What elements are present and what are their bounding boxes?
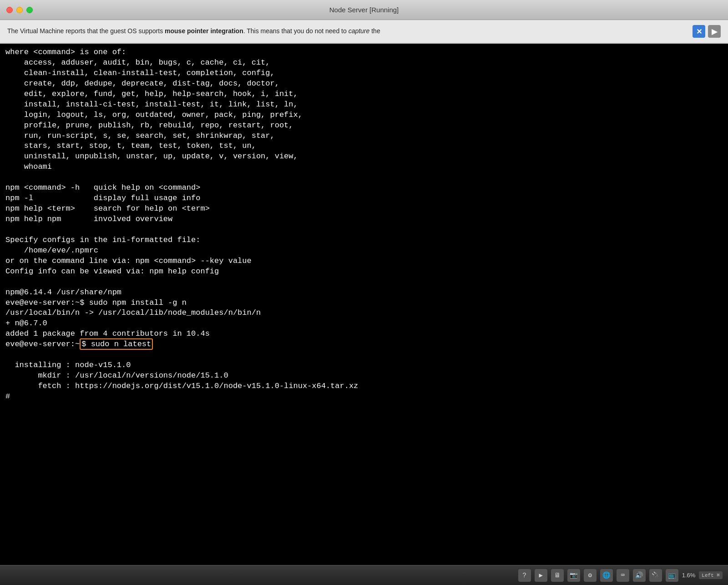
terminal-line: edit, explore, fund, get, help, help-sea… <box>5 89 723 100</box>
terminal-line: added 1 package from 4 contributors in 1… <box>5 329 723 339</box>
terminal-line: login, logout, ls, org, outdated, owner,… <box>5 110 723 121</box>
terminal-line <box>5 277 723 287</box>
terminal-line: + n@6.7.0 <box>5 318 723 329</box>
maximize-button[interactable] <box>26 7 33 13</box>
terminal-line: Specify configs in the ini-formatted fil… <box>5 235 723 246</box>
terminal-line: access, adduser, audit, bin, bugs, c, ca… <box>5 58 723 68</box>
taskbar-icon-display[interactable]: 📺 <box>666 569 678 582</box>
terminal-line: fetch : https://nodejs.org/dist/v15.1.0/… <box>5 381 723 392</box>
taskbar-icon-question[interactable]: ? <box>518 569 531 582</box>
terminal-line: npm help <term> search for help on <term… <box>5 204 723 214</box>
taskbar: ? ▶ 🖥 📷 ⚙ 🌐 ⌨ 🔊 🔌 📺 1.6% Left ⌘ <box>0 565 728 585</box>
terminal-line: uninstall, unpublish, unstar, up, update… <box>5 151 723 162</box>
notif-text-after: . This means that you do not need to <box>243 27 349 35</box>
notification-buttons: ✕ ▶ <box>693 25 721 38</box>
terminal-line: profile, prune, publish, rb, rebuild, re… <box>5 121 723 131</box>
taskbar-icon-keyboard[interactable]: ⌨ <box>617 569 629 582</box>
taskbar-icon-usb[interactable]: 🔌 <box>649 569 662 582</box>
taskbar-icon-monitor[interactable]: 🖥 <box>551 569 564 582</box>
terminal-line: npm@6.14.4 /usr/share/npm <box>5 287 723 298</box>
terminal-line: run, run-script, s, se, search, set, shr… <box>5 131 723 141</box>
terminal-line: whoami <box>5 162 723 172</box>
terminal-line: eve@eve-server:~$ sudo npm install -g n <box>5 298 723 308</box>
terminal-line: mkdir : /usr/local/n/versions/node/15.1.… <box>5 371 723 381</box>
terminal-line: /home/eve/.npmrc <box>5 246 723 256</box>
notification-dismiss-button[interactable]: ▶ <box>708 25 721 38</box>
taskbar-icon-camera[interactable]: 📷 <box>567 569 580 582</box>
highlighted-command-line: eve@eve-server:~$ sudo n latest <box>5 339 723 350</box>
keyboard-shortcut-label: Left ⌘ <box>699 571 723 579</box>
notif-text-end: the <box>369 27 380 35</box>
terminal-line: npm <command> -h quick help on <command> <box>5 183 723 193</box>
terminal-line: create, ddp, dedupe, deprecate, dist-tag… <box>5 79 723 89</box>
notif-bold-text: mouse pointer integration <box>165 27 243 35</box>
terminal-line <box>5 172 723 183</box>
taskbar-icon-settings[interactable]: ⚙ <box>584 569 597 582</box>
notif-text-before: The Virtual Machine reports that the gue… <box>7 27 165 35</box>
close-button[interactable] <box>6 7 13 13</box>
notification-close-button[interactable]: ✕ <box>693 25 705 38</box>
percent-indicator: 1.6% <box>682 572 696 579</box>
terminal-line: Config info can be viewed via: npm help … <box>5 267 723 277</box>
terminal-last-line: # <box>5 392 723 402</box>
terminal[interactable]: where <command> is one of: access, addus… <box>0 44 728 565</box>
traffic-lights <box>6 7 33 13</box>
terminal-line: installing : node-v15.1.0 <box>5 360 723 371</box>
terminal-line: clean-install, clean-install-test, compl… <box>5 68 723 79</box>
notif-italic-text: capture <box>349 27 370 35</box>
terminal-line: npm help npm involved overview <box>5 214 723 225</box>
terminal-line: or on the command line via: npm <command… <box>5 256 723 267</box>
terminal-line: /usr/local/bin/n -> /usr/local/lib/node_… <box>5 308 723 318</box>
command-highlight: $ sudo n latest <box>80 338 153 350</box>
minimize-button[interactable] <box>16 7 23 13</box>
taskbar-icon-network[interactable]: 🌐 <box>600 569 613 582</box>
terminal-line: npm -l display full usage info <box>5 193 723 204</box>
taskbar-icon-arrow[interactable]: ▶ <box>535 569 547 582</box>
notification-banner: The Virtual Machine reports that the gue… <box>0 20 728 44</box>
taskbar-icon-volume[interactable]: 🔊 <box>633 569 646 582</box>
notification-text: The Virtual Machine reports that the gue… <box>7 27 687 36</box>
terminal-line <box>5 350 723 360</box>
terminal-line: install, install-ci-test, install-test, … <box>5 100 723 110</box>
terminal-line: where <command> is one of: <box>5 47 723 58</box>
window-title: Node Server [Running] <box>329 6 399 14</box>
title-bar: Node Server [Running] <box>0 0 728 20</box>
terminal-line <box>5 225 723 235</box>
terminal-line: stars, start, stop, t, team, test, token… <box>5 141 723 151</box>
